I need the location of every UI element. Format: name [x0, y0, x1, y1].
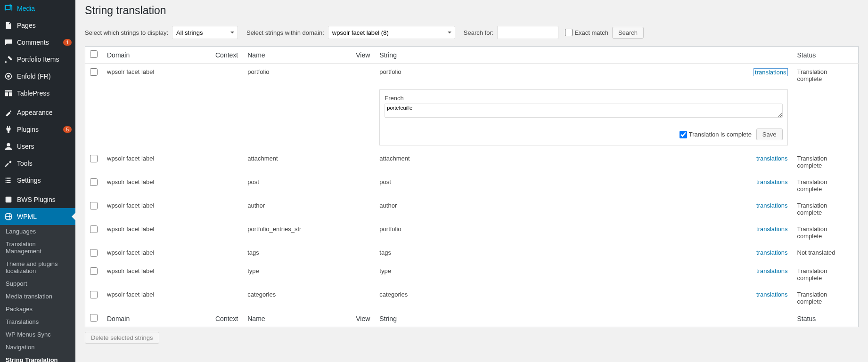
- menu-item-tablepress[interactable]: TablePress: [0, 85, 75, 102]
- submenu-item-packages[interactable]: Packages: [0, 303, 75, 315]
- wpml-icon: [4, 212, 13, 221]
- menu-item-users[interactable]: Users: [0, 138, 75, 155]
- page-title: String translation: [85, 0, 859, 19]
- strings-table: Domain Context Name View String Status w…: [85, 46, 859, 327]
- translations-link[interactable]: translations: [753, 68, 787, 76]
- row-checkbox[interactable]: [90, 267, 98, 275]
- submenu-item-translation-management[interactable]: Translation Management: [0, 238, 75, 257]
- domain-filter-label: Select strings within domain:: [246, 29, 324, 36]
- row-checkbox[interactable]: [90, 68, 98, 76]
- row-checkbox[interactable]: [90, 178, 98, 186]
- exact-match-label: Exact match: [574, 29, 608, 36]
- header-context[interactable]: Context: [211, 47, 243, 64]
- header-domain[interactable]: Domain: [102, 47, 211, 64]
- submenu-item-translations[interactable]: Translations: [0, 315, 75, 328]
- cell-status: Translation complete: [793, 174, 859, 197]
- main-content: String translation Select which strings …: [75, 0, 868, 362]
- cell-name: attachment: [243, 150, 351, 174]
- save-translation-button[interactable]: Save: [756, 129, 783, 140]
- submenu-item-theme-and-plugins-localization[interactable]: Theme and plugins localization: [0, 257, 75, 277]
- cell-name: portfolio_entries_str: [243, 221, 351, 244]
- exact-match-checkbox[interactable]: [565, 29, 573, 36]
- submenu-item-support[interactable]: Support: [0, 277, 75, 290]
- menu-item-portfolio-items[interactable]: Portfolio Items: [0, 51, 75, 68]
- submenu-item-navigation[interactable]: Navigation: [0, 341, 75, 354]
- translations-link[interactable]: translations: [756, 291, 787, 298]
- search-label: Search for:: [464, 29, 494, 36]
- menu-item-wpml[interactable]: WPML: [0, 208, 75, 225]
- translations-link[interactable]: translations: [756, 249, 787, 256]
- translations-link[interactable]: translations: [756, 202, 787, 209]
- submenu-item-string-translation[interactable]: String Translation: [0, 354, 75, 362]
- menu-item-pages[interactable]: Pages: [0, 17, 75, 34]
- cell-view: [351, 221, 375, 244]
- footer-name[interactable]: Name: [243, 310, 351, 327]
- cell-context: [211, 221, 243, 244]
- header-view[interactable]: View: [351, 47, 375, 64]
- domain-filter-select[interactable]: wpsolr facet label (8): [328, 26, 455, 39]
- footer-domain[interactable]: Domain: [102, 310, 211, 327]
- menu-label: Media: [17, 5, 72, 12]
- table-row: wpsolr facet labelcategoriescategoriestr…: [85, 286, 859, 310]
- cell-name: post: [243, 174, 351, 197]
- settings-icon: [4, 176, 13, 185]
- cell-status: Translation complete: [793, 64, 859, 151]
- header-string[interactable]: String: [375, 47, 792, 64]
- search-button[interactable]: Search: [612, 27, 644, 39]
- cell-status: Translation complete: [793, 197, 859, 221]
- menu-item-enfold-fr-[interactable]: Enfold (FR): [0, 68, 75, 85]
- cell-domain: wpsolr facet label: [102, 64, 211, 151]
- cell-view: [351, 150, 375, 174]
- cell-status: Translation complete: [793, 263, 859, 286]
- menu-item-media[interactable]: Media: [0, 0, 75, 17]
- menu-item-tools[interactable]: Tools: [0, 155, 75, 172]
- cell-context: [211, 174, 243, 197]
- header-name[interactable]: Name: [243, 47, 351, 64]
- select-all-checkbox-bottom[interactable]: [90, 314, 98, 322]
- menu-item-settings[interactable]: Settings: [0, 172, 75, 189]
- menu-badge: 5: [63, 126, 72, 133]
- submenu-item-languages[interactable]: Languages: [0, 225, 75, 238]
- display-filter-select[interactable]: All strings: [172, 26, 238, 39]
- string-text: author: [379, 202, 397, 209]
- exact-match-wrapper: Exact match: [565, 29, 608, 36]
- cell-view: [351, 263, 375, 286]
- row-checkbox[interactable]: [90, 225, 98, 233]
- table-row: wpsolr facet labelattachmentattachmenttr…: [85, 150, 859, 174]
- cell-string: tagstranslations: [375, 244, 792, 263]
- translation-textarea[interactable]: [385, 104, 782, 118]
- cell-status: Translation complete: [793, 221, 859, 244]
- submenu-item-media-translation[interactable]: Media translation: [0, 290, 75, 303]
- row-checkbox[interactable]: [90, 202, 98, 209]
- cell-domain: wpsolr facet label: [102, 174, 211, 197]
- delete-selected-button[interactable]: Delete selected strings: [85, 332, 159, 344]
- row-checkbox[interactable]: [90, 291, 98, 298]
- header-status[interactable]: Status: [793, 47, 859, 64]
- cell-string: categoriestranslations: [375, 286, 792, 310]
- translations-link[interactable]: translations: [756, 225, 787, 233]
- plugins-icon: [4, 125, 13, 134]
- wpml-submenu: LanguagesTranslation ManagementTheme and…: [0, 225, 75, 362]
- menu-item-plugins[interactable]: Plugins5: [0, 121, 75, 138]
- menu-item-bws-plugins[interactable]: BWS Plugins: [0, 191, 75, 208]
- footer-view[interactable]: View: [351, 310, 375, 327]
- translations-link[interactable]: translations: [756, 155, 787, 162]
- footer-status[interactable]: Status: [793, 310, 859, 327]
- row-checkbox[interactable]: [90, 155, 98, 162]
- row-checkbox[interactable]: [90, 249, 98, 257]
- menu-item-comments[interactable]: Comments1: [0, 34, 75, 51]
- footer-string[interactable]: String: [375, 310, 792, 327]
- footer-context[interactable]: Context: [211, 310, 243, 327]
- translations-link[interactable]: translations: [756, 178, 787, 185]
- search-input[interactable]: [497, 26, 558, 39]
- cell-domain: wpsolr facet label: [102, 150, 211, 174]
- menu-label: Enfold (FR): [17, 72, 72, 80]
- translations-link[interactable]: translations: [756, 267, 787, 274]
- translation-complete-checkbox[interactable]: [680, 131, 687, 138]
- select-all-checkbox-top[interactable]: [90, 50, 98, 58]
- cell-context: [211, 64, 243, 151]
- cell-domain: wpsolr facet label: [102, 244, 211, 263]
- bws-icon: [4, 195, 13, 204]
- submenu-item-wp-menus-sync[interactable]: WP Menus Sync: [0, 328, 75, 341]
- menu-item-appearance[interactable]: Appearance: [0, 104, 75, 121]
